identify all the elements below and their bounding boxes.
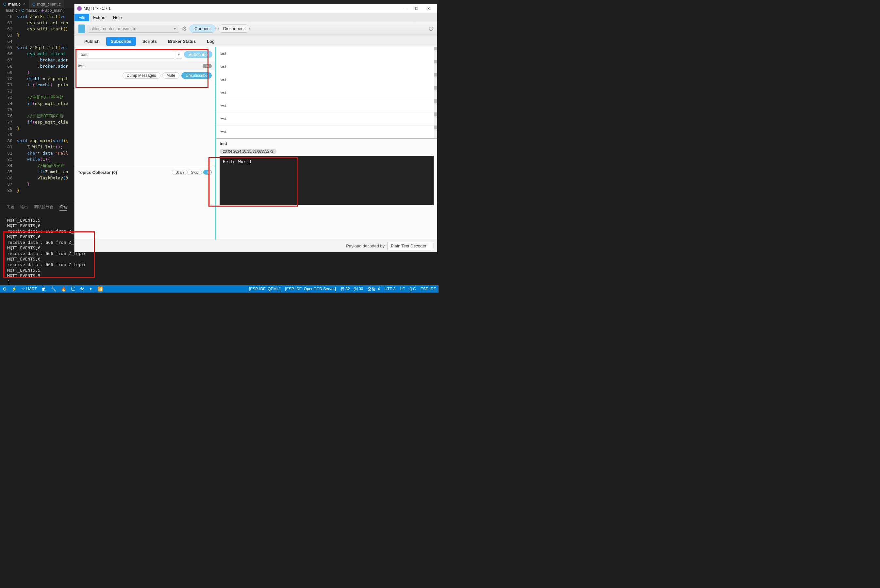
gear-icon[interactable]: ⚙ xyxy=(182,25,187,32)
trash-icon[interactable]: 🗑 xyxy=(42,286,46,291)
message-item[interactable]: test xyxy=(216,73,437,86)
titlebar[interactable]: MQTT.fx - 1.7.1 — ☐ ✕ xyxy=(75,4,437,13)
chevron-down-icon: ▾ xyxy=(174,26,176,31)
topic-name: test xyxy=(78,63,202,68)
status-qemu[interactable]: [ESP-IDF: QEMU] xyxy=(249,286,281,291)
tab-broker-status[interactable]: Broker Status xyxy=(163,37,200,46)
message-item[interactable]: test xyxy=(216,86,437,99)
breadcrumb-root: main.c xyxy=(6,8,17,13)
menubar: File Extras Help xyxy=(75,13,437,22)
tab-publish[interactable]: Publish xyxy=(80,37,104,46)
mqttfx-window: MQTT.fx - 1.7.1 — ☐ ✕ File Extras Help a… xyxy=(74,4,437,252)
tab-main-c[interactable]: C main.c × xyxy=(0,0,29,8)
mute-button[interactable]: Mute xyxy=(162,72,180,79)
scan-button[interactable]: Scan xyxy=(172,170,187,175)
menu-help[interactable]: Help xyxy=(109,14,126,21)
status-openocd[interactable]: [ESP-IDF: OpenOCD Server] xyxy=(285,286,336,291)
topics-collector-title: Topics Collector (0) xyxy=(78,170,172,175)
detail-payload[interactable]: Hello World xyxy=(220,156,434,205)
window-title: MQTT.fx - 1.7.1 xyxy=(84,6,399,11)
stop-button[interactable]: Stop xyxy=(187,170,202,175)
plug-icon[interactable]: ⚡ xyxy=(12,286,17,291)
antenna-icon[interactable]: 📶 xyxy=(97,286,103,291)
collector-toggle[interactable] xyxy=(203,170,212,174)
breadcrumb-file: main.c xyxy=(25,8,37,13)
topics-collector-body xyxy=(75,177,215,240)
disconnect-button[interactable]: Disconnect xyxy=(218,24,250,33)
detail-timestamp: 20-04-2024 18:35:33.66933272 xyxy=(220,149,276,154)
tab-scripts[interactable]: Scripts xyxy=(138,37,162,46)
tab-mqtt-client-c[interactable]: C mqtt_client.c xyxy=(29,0,64,8)
status-indicator-icon xyxy=(429,27,433,31)
unsubscribe-button[interactable]: Unsubscribe xyxy=(181,72,212,79)
status-indent[interactable]: 空格: 4 xyxy=(367,286,380,292)
chevron-right-icon: › xyxy=(19,8,20,13)
close-icon[interactable]: ✕ xyxy=(423,6,434,11)
message-count-badge: 16 xyxy=(202,64,212,68)
message-detail: test 20-04-2024 18:35:33.66933272 Hello … xyxy=(216,138,437,240)
flame-icon[interactable]: 🔥 xyxy=(61,286,66,291)
toolbar: alitun_centos_mosquitto ▾ ⚙ Connect Disc… xyxy=(75,22,437,36)
topic-dropdown-icon[interactable]: ▾ xyxy=(176,50,182,58)
panel-tab-debug[interactable]: 调试控制台 xyxy=(34,204,54,211)
tab-label: mqtt_client.c xyxy=(37,2,61,6)
connection-name: alitun_centos_mosquitto xyxy=(90,26,136,31)
mqttfx-footer: Payload decoded by Plain Text Decoder xyxy=(75,240,437,252)
status-ext[interactable]: ESP-IDF xyxy=(421,286,436,291)
connect-button[interactable]: Connect xyxy=(189,24,216,33)
tab-label: main.c xyxy=(8,2,20,6)
cube-icon: ◈ xyxy=(41,8,44,13)
breadcrumb-func: app_main( xyxy=(45,8,64,13)
c-lang-icon: C xyxy=(32,2,35,6)
message-item[interactable]: test xyxy=(216,99,437,112)
status-encoding[interactable]: UTF-8 xyxy=(385,286,396,291)
build-icon[interactable]: ⚒ xyxy=(80,286,84,291)
status-lang[interactable]: {} C xyxy=(409,286,416,291)
document-icon[interactable] xyxy=(78,24,85,33)
panel-tab-terminal[interactable]: 终端 xyxy=(60,204,67,211)
dump-messages-button[interactable]: Dump Messages xyxy=(123,72,160,79)
monitor-icon[interactable]: 🖵 xyxy=(71,286,75,291)
tool-icon[interactable]: 🔧 xyxy=(51,286,56,291)
panel-tab-problems[interactable]: 问题 xyxy=(6,204,14,211)
subscribe-left-pane: test ▾ Subscribe test 16 Dump Messages M… xyxy=(75,47,216,240)
c-lang-icon: C xyxy=(3,2,6,6)
connection-select[interactable]: alitun_centos_mosquitto ▾ xyxy=(88,25,179,33)
menu-extras[interactable]: Extras xyxy=(89,14,109,21)
message-item[interactable]: test xyxy=(216,47,437,60)
decoder-label: Payload decoded by xyxy=(346,243,385,248)
tab-log[interactable]: Log xyxy=(202,37,219,46)
close-icon[interactable]: × xyxy=(23,1,26,6)
subscribe-button[interactable]: Subscribe xyxy=(184,51,212,58)
subscribed-topic-row[interactable]: test 16 xyxy=(75,62,215,70)
spark-icon[interactable]: ✦ xyxy=(89,286,93,291)
status-bar: ⚙ ⚡ ☆ UART 🗑 🔧 🔥 🖵 ⚒ ✦ 📶 [ESP-IDF: QEMU]… xyxy=(0,285,439,292)
main-tabs: Publish Subscribe Scripts Broker Status … xyxy=(75,36,437,47)
message-list[interactable]: testtesttesttesttesttesttest xyxy=(216,47,437,138)
minimize-icon[interactable]: — xyxy=(399,6,411,10)
decoder-select[interactable]: Plain Text Decoder xyxy=(387,242,433,250)
detail-topic: test xyxy=(220,141,434,146)
status-uart[interactable]: ☆ UART xyxy=(22,286,37,291)
c-lang-icon: C xyxy=(21,8,24,13)
maximize-icon[interactable]: ☐ xyxy=(411,6,423,11)
status-eol[interactable]: LF xyxy=(400,286,405,291)
line-gutter: 4661626364656667686970717273747576777879… xyxy=(0,14,17,194)
status-cursor[interactable]: 行 82，列 30 xyxy=(340,286,363,292)
message-pane: testtesttesttesttesttesttest test 20-04-… xyxy=(216,47,437,240)
message-item[interactable]: test xyxy=(216,126,437,138)
chevron-right-icon: › xyxy=(38,8,39,13)
message-item[interactable]: test xyxy=(216,60,437,73)
tab-subscribe[interactable]: Subscribe xyxy=(106,37,136,46)
message-item[interactable]: test xyxy=(216,112,437,126)
panel-tab-output[interactable]: 输出 xyxy=(20,204,28,211)
settings-icon[interactable]: ⚙ xyxy=(3,286,7,291)
topic-input[interactable]: test xyxy=(77,50,174,58)
app-icon xyxy=(77,6,82,11)
menu-file[interactable]: File xyxy=(75,14,89,21)
